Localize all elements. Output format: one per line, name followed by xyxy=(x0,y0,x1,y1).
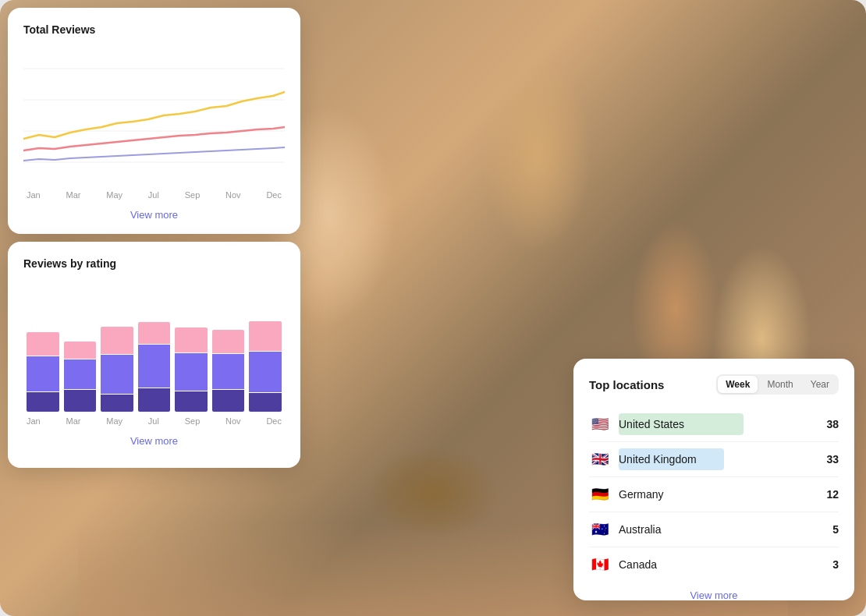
bar-group-dec xyxy=(249,279,282,412)
bar-x-may: May xyxy=(106,416,122,426)
x-label-may: May xyxy=(106,190,122,200)
bar-group-sep xyxy=(175,279,208,412)
ca-count: 3 xyxy=(832,558,839,571)
bar-x-nov: Nov xyxy=(225,416,241,426)
tab-month[interactable]: Month xyxy=(759,376,800,393)
location-row-uk: 🇬🇧 United Kingdom 33 xyxy=(589,442,839,476)
bar-group-nov xyxy=(212,279,245,412)
uk-count: 33 xyxy=(826,453,839,466)
ca-name: Canada xyxy=(619,558,832,571)
us-count: 38 xyxy=(826,418,839,430)
bar-x-jan: Jan xyxy=(27,416,41,426)
total-reviews-title: Total Reviews xyxy=(23,23,285,36)
top-locations-title: Top locations xyxy=(589,378,664,391)
x-label-mar: Mar xyxy=(66,190,81,200)
total-reviews-x-labels: Jan Mar May Jul Sep Nov Dec xyxy=(23,190,285,200)
uk-flag: 🇬🇧 xyxy=(589,448,611,470)
us-flag: 🇺🇸 xyxy=(589,413,611,435)
location-row-au: 🇦🇺 Australia 5 xyxy=(589,512,839,547)
bar-x-mar: Mar xyxy=(66,416,81,426)
total-reviews-card: Total Reviews Jan Mar May Jul Sep Nov De… xyxy=(8,8,300,234)
de-name: Germany xyxy=(619,488,826,501)
tab-week[interactable]: Week xyxy=(718,376,758,393)
x-label-dec: Dec xyxy=(266,190,282,200)
location-row-ca: 🇨🇦 Canada 3 xyxy=(589,547,839,582)
us-name: United States xyxy=(619,418,826,430)
x-label-sep: Sep xyxy=(185,190,201,200)
total-reviews-view-more[interactable]: View more xyxy=(23,207,285,221)
reviews-rating-view-more[interactable]: View more xyxy=(23,434,285,448)
bar-group-jan xyxy=(27,279,59,412)
tab-year[interactable]: Year xyxy=(803,376,837,393)
x-label-jul: Jul xyxy=(148,190,159,200)
bar-chart xyxy=(23,279,285,412)
au-name: Australia xyxy=(619,523,832,536)
uk-name: United Kingdom xyxy=(619,453,826,466)
bar-x-dec: Dec xyxy=(266,416,282,426)
tab-group: Week Month Year xyxy=(716,374,839,395)
top-locations-card: Top locations Week Month Year 🇺🇸 United … xyxy=(573,359,854,600)
x-label-nov: Nov xyxy=(225,190,241,200)
location-row-de: 🇩🇪 Germany 12 xyxy=(589,477,839,512)
bar-group-jul xyxy=(138,279,171,412)
de-count: 12 xyxy=(826,488,839,501)
bar-x-sep: Sep xyxy=(185,416,201,426)
x-label-jan: Jan xyxy=(27,190,41,200)
bar-x-jul: Jul xyxy=(148,416,159,426)
de-flag: 🇩🇪 xyxy=(589,483,611,505)
au-flag: 🇦🇺 xyxy=(589,519,611,540)
ca-flag: 🇨🇦 xyxy=(589,554,611,575)
reviews-by-rating-card: Reviews by rating xyxy=(8,242,300,468)
reviews-rating-title: Reviews by rating xyxy=(23,257,285,270)
locations-header: Top locations Week Month Year xyxy=(589,374,839,395)
reviews-rating-x-labels: Jan Mar May Jul Sep Nov Dec xyxy=(23,416,285,426)
bar-group-mar xyxy=(64,279,97,412)
location-row-us: 🇺🇸 United States 38 xyxy=(589,407,839,441)
locations-view-more[interactable]: View more xyxy=(589,588,839,602)
line-chart xyxy=(23,45,285,186)
au-count: 5 xyxy=(832,523,839,536)
bar-group-may xyxy=(101,279,133,412)
